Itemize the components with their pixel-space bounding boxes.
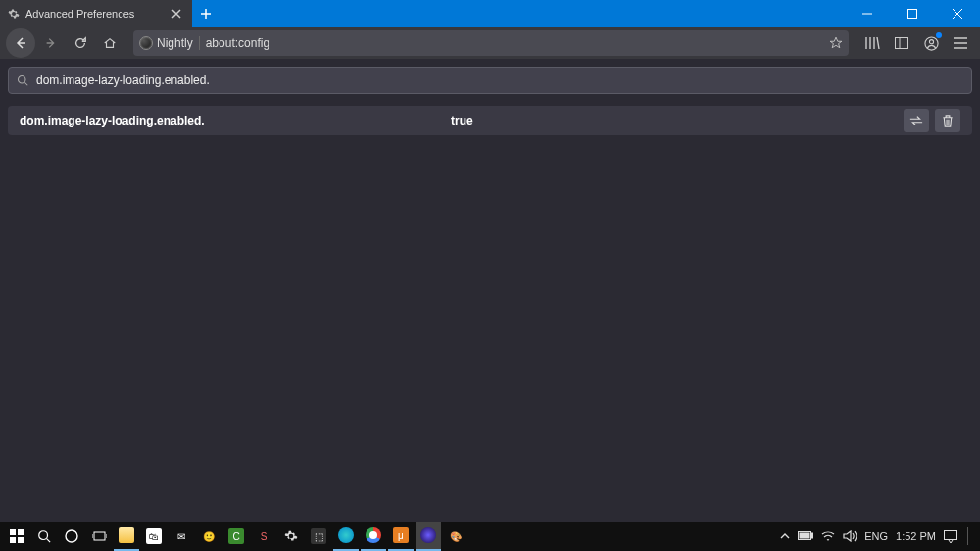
sidebar-button[interactable]: [888, 29, 915, 57]
toggle-arrows-icon: [909, 115, 923, 126]
svg-rect-15: [945, 530, 957, 539]
pref-name: dom.image-lazy-loading.enabled.: [20, 114, 451, 127]
maximize-icon: [907, 9, 917, 19]
star-icon: [829, 36, 843, 50]
clock[interactable]: 1:52 PM: [896, 530, 936, 542]
trash-icon: [942, 115, 954, 127]
palette-icon: 🎨: [448, 528, 464, 544]
home-button[interactable]: [96, 29, 123, 57]
app-settings[interactable]: [278, 522, 304, 551]
windows-taskbar: 🛍 ✉ 🙂 C S ⬚ μ 🎨 ENG 1:52 PM: [0, 522, 980, 551]
toggle-pref-button[interactable]: [904, 109, 929, 132]
about-config-page: dom.image-lazy-loading.enabled. true: [0, 59, 980, 143]
config-search-input[interactable]: [36, 74, 963, 87]
chrome-icon: [366, 527, 381, 543]
svg-point-10: [66, 530, 77, 542]
account-button[interactable]: [917, 29, 945, 57]
face-icon: 🙂: [201, 528, 217, 544]
app-icon: S: [256, 528, 271, 544]
arrow-right-icon: [44, 36, 58, 50]
delete-pref-button[interactable]: [935, 109, 960, 132]
reload-icon: [74, 36, 87, 50]
app-camtasia[interactable]: C: [223, 522, 249, 551]
window-controls: [845, 0, 980, 27]
app-file-explorer[interactable]: [114, 522, 139, 551]
wifi-icon[interactable]: [821, 530, 835, 542]
new-tab-button[interactable]: [192, 0, 220, 27]
gear-icon: [8, 8, 20, 20]
svg-rect-11: [94, 532, 105, 540]
bookmark-star-button[interactable]: [829, 36, 843, 50]
maximize-button[interactable]: [890, 0, 935, 27]
app-utorrent[interactable]: μ: [388, 522, 414, 551]
app-icon: ⬚: [311, 528, 326, 544]
app-edge[interactable]: [333, 522, 359, 551]
notification-icon: [944, 530, 957, 543]
svg-point-3: [929, 39, 933, 43]
back-button[interactable]: [6, 28, 35, 58]
window-titlebar: Advanced Preferences: [0, 0, 980, 27]
taskview-icon: [92, 530, 107, 542]
app-icon: C: [228, 528, 244, 544]
chevron-up-icon: [780, 532, 790, 540]
app-menu-button[interactable]: [947, 29, 974, 57]
svg-rect-1: [896, 38, 908, 49]
task-view-button[interactable]: [86, 522, 112, 551]
tab-close-button[interactable]: [169, 6, 184, 22]
shopping-bag-icon: 🛍: [146, 528, 162, 544]
cortana-button[interactable]: [59, 522, 84, 551]
app-generic-1[interactable]: 🙂: [196, 522, 221, 551]
browser-tab[interactable]: Advanced Preferences: [0, 0, 192, 27]
arrow-left-icon: [13, 35, 28, 51]
forward-button[interactable]: [37, 29, 65, 57]
volume-icon[interactable]: [843, 530, 857, 542]
home-icon: [103, 36, 117, 50]
taskbar-search[interactable]: [31, 522, 57, 551]
svg-rect-13: [811, 533, 813, 538]
svg-rect-8: [18, 537, 24, 543]
app-store[interactable]: 🛍: [141, 522, 167, 551]
search-icon: [37, 529, 51, 543]
start-button[interactable]: [4, 522, 29, 551]
pref-row: dom.image-lazy-loading.enabled. true: [8, 106, 972, 135]
browser-toolbar: Nightly about:config: [0, 27, 980, 59]
system-tray: ENG 1:52 PM: [780, 527, 976, 545]
svg-rect-7: [10, 537, 16, 543]
avatar-icon: [924, 36, 939, 51]
library-icon: [864, 36, 880, 50]
tab-title: Advanced Preferences: [25, 8, 134, 20]
pref-value: true: [451, 114, 473, 127]
close-icon: [953, 9, 962, 19]
app-mail[interactable]: ✉: [169, 522, 194, 551]
identity-label: Nightly: [157, 36, 193, 50]
language-indicator[interactable]: ENG: [864, 530, 888, 542]
plus-icon: [200, 8, 212, 20]
svg-rect-14: [800, 533, 809, 538]
app-snagit[interactable]: S: [251, 522, 276, 551]
tray-overflow-button[interactable]: [780, 532, 790, 540]
reload-button[interactable]: [67, 29, 94, 57]
minimize-button[interactable]: [845, 0, 890, 27]
svg-rect-5: [10, 529, 16, 535]
folder-icon: [119, 527, 134, 543]
close-icon: [172, 9, 181, 19]
config-search-box[interactable]: [8, 67, 972, 94]
svg-rect-0: [908, 10, 917, 19]
app-paint[interactable]: 🎨: [443, 522, 468, 551]
firefox-nightly-icon: [420, 527, 436, 543]
identity-box[interactable]: Nightly: [139, 36, 200, 50]
app-chrome[interactable]: [361, 522, 386, 551]
url-text: about:config: [206, 36, 823, 50]
app-firefox-nightly[interactable]: [416, 522, 441, 551]
sidebar-icon: [895, 37, 908, 49]
close-window-button[interactable]: [935, 0, 980, 27]
mail-icon: ✉: [173, 528, 189, 544]
battery-icon[interactable]: [798, 531, 813, 541]
library-button[interactable]: [858, 29, 886, 57]
utorrent-icon: μ: [393, 527, 409, 543]
app-generic-2[interactable]: ⬚: [306, 522, 331, 551]
action-center-button[interactable]: [944, 530, 957, 543]
svg-point-9: [39, 531, 48, 540]
url-bar[interactable]: Nightly about:config: [133, 30, 849, 56]
svg-rect-6: [18, 529, 24, 535]
